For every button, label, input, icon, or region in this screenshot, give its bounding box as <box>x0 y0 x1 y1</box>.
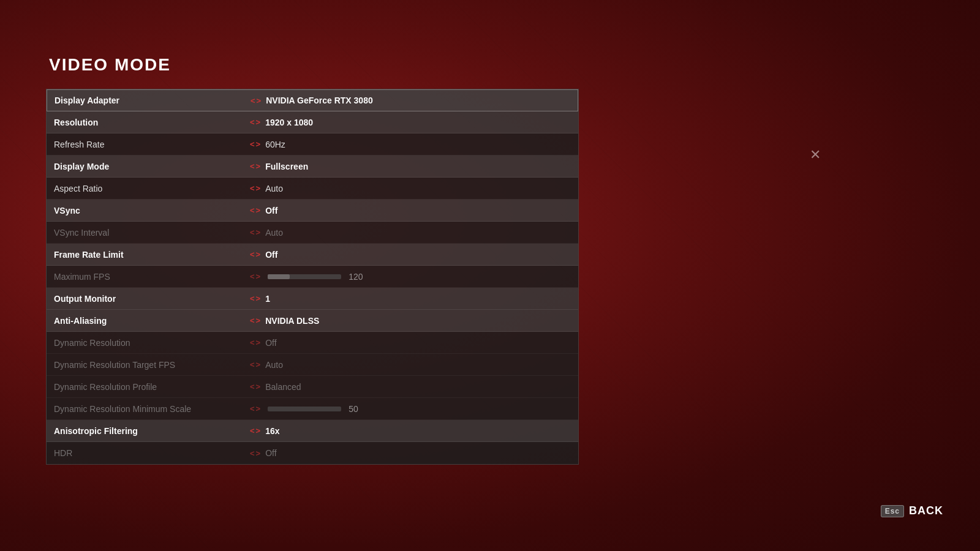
row-label-output-monitor: Output Monitor <box>54 294 250 304</box>
value-text-vsync-interval: Auto <box>265 228 283 238</box>
value-text-refresh-rate: 60Hz <box>265 140 285 149</box>
value-text-aspect-ratio: Auto <box>265 184 283 193</box>
row-label-dynamic-resolution-target-fps: Dynamic Resolution Target FPS <box>54 360 250 370</box>
value-text-resolution: 1920 x 1080 <box>265 118 313 127</box>
row-label-anti-aliasing: Anti-Aliasing <box>54 316 250 326</box>
settings-row-display-adapter[interactable]: Display AdapterNVIDIA GeForce RTX 3080 <box>47 89 578 111</box>
row-value-vsync: Off <box>250 206 571 216</box>
arrow-control-anti-aliasing[interactable] <box>250 316 260 325</box>
slider-container-dynamic-resolution-minimum-scale: 50 <box>250 404 367 414</box>
esc-key: Esc <box>881 505 904 517</box>
row-value-refresh-rate: 60Hz <box>250 140 571 149</box>
slider-value-maximum-fps: 120 <box>349 272 367 282</box>
back-label: BACK <box>909 504 943 517</box>
value-text-dynamic-resolution: Off <box>265 338 276 348</box>
settings-row-refresh-rate[interactable]: Refresh Rate60Hz <box>47 133 578 156</box>
page-container: VIDEO MODE Display AdapterNVIDIA GeForce… <box>0 0 980 551</box>
row-label-hdr: HDR <box>54 448 250 458</box>
arrow-control-anisotropic-filtering[interactable] <box>250 426 260 435</box>
settings-row-dynamic-resolution-target-fps[interactable]: Dynamic Resolution Target FPSAuto <box>47 354 578 376</box>
arrow-control-display-mode[interactable] <box>250 162 260 171</box>
row-label-frame-rate-limit: Frame Rate Limit <box>54 250 250 260</box>
arrow-control-vsync-interval[interactable] <box>250 228 260 237</box>
row-value-dynamic-resolution-profile: Balanced <box>250 382 571 392</box>
settings-row-maximum-fps[interactable]: Maximum FPS120 <box>47 266 578 288</box>
page-title: VIDEO MODE <box>49 55 171 75</box>
row-value-frame-rate-limit: Off <box>250 250 571 260</box>
settings-row-frame-rate-limit[interactable]: Frame Rate LimitOff <box>47 244 578 266</box>
settings-row-vsync-interval[interactable]: VSync IntervalAuto <box>47 222 578 244</box>
arrow-control-aspect-ratio[interactable] <box>250 184 260 193</box>
slider-value-dynamic-resolution-minimum-scale: 50 <box>349 404 367 414</box>
settings-panel: Display AdapterNVIDIA GeForce RTX 3080Re… <box>46 89 579 465</box>
row-value-dynamic-resolution-minimum-scale: 50 <box>250 404 571 414</box>
row-value-output-monitor: 1 <box>250 294 571 304</box>
arrow-control-resolution[interactable] <box>250 118 260 127</box>
value-text-dynamic-resolution-profile: Balanced <box>265 382 301 392</box>
row-label-dynamic-resolution-profile: Dynamic Resolution Profile <box>54 382 250 392</box>
row-value-maximum-fps: 120 <box>250 272 571 282</box>
value-text-anisotropic-filtering: 16x <box>265 426 279 436</box>
value-text-display-adapter: NVIDIA GeForce RTX 3080 <box>266 96 373 105</box>
row-label-aspect-ratio: Aspect Ratio <box>54 184 250 193</box>
value-text-anti-aliasing: NVIDIA DLSS <box>265 316 319 326</box>
arrow-control-dynamic-resolution[interactable] <box>250 338 260 347</box>
value-text-frame-rate-limit: Off <box>265 250 277 260</box>
row-label-vsync: VSync <box>54 206 250 216</box>
row-value-display-mode: Fullscreen <box>250 162 571 171</box>
row-value-aspect-ratio: Auto <box>250 184 571 193</box>
row-value-dynamic-resolution-target-fps: Auto <box>250 360 571 370</box>
settings-row-aspect-ratio[interactable]: Aspect RatioAuto <box>47 178 578 200</box>
row-value-vsync-interval: Auto <box>250 228 571 238</box>
close-button[interactable]: ✕ <box>810 147 821 163</box>
row-value-resolution: 1920 x 1080 <box>250 118 571 127</box>
row-value-display-adapter: NVIDIA GeForce RTX 3080 <box>251 96 570 105</box>
arrow-control-hdr[interactable] <box>250 449 260 458</box>
arrow-control-refresh-rate[interactable] <box>250 140 260 149</box>
arrow-control-display-adapter[interactable] <box>251 96 261 105</box>
slider-fill-maximum-fps <box>268 274 290 279</box>
value-text-display-mode: Fullscreen <box>265 162 308 171</box>
settings-row-dynamic-resolution-profile[interactable]: Dynamic Resolution ProfileBalanced <box>47 376 578 398</box>
row-label-refresh-rate: Refresh Rate <box>54 140 250 149</box>
row-label-vsync-interval: VSync Interval <box>54 228 250 238</box>
back-button[interactable]: Esc BACK <box>881 504 943 517</box>
arrow-control-vsync[interactable] <box>250 206 260 215</box>
settings-row-resolution[interactable]: Resolution1920 x 1080 <box>47 111 578 133</box>
slider-bar-dynamic-resolution-minimum-scale[interactable] <box>268 407 341 411</box>
value-text-hdr: Off <box>265 448 276 458</box>
row-value-anisotropic-filtering: 16x <box>250 426 571 436</box>
arrow-control-output-monitor[interactable] <box>250 294 260 303</box>
row-value-anti-aliasing: NVIDIA DLSS <box>250 316 571 326</box>
settings-row-output-monitor[interactable]: Output Monitor1 <box>47 288 578 310</box>
settings-row-hdr[interactable]: HDROff <box>47 442 578 464</box>
settings-row-dynamic-resolution[interactable]: Dynamic ResolutionOff <box>47 332 578 354</box>
row-value-dynamic-resolution: Off <box>250 338 571 348</box>
row-label-dynamic-resolution: Dynamic Resolution <box>54 338 250 348</box>
row-label-anisotropic-filtering: Anisotropic Filtering <box>54 426 250 436</box>
row-value-hdr: Off <box>250 448 571 458</box>
value-text-output-monitor: 1 <box>265 294 270 304</box>
row-label-resolution: Resolution <box>54 118 250 127</box>
settings-row-vsync[interactable]: VSyncOff <box>47 200 578 222</box>
row-label-display-mode: Display Mode <box>54 162 250 171</box>
slider-bar-maximum-fps[interactable] <box>268 274 341 279</box>
arrow-control-dynamic-resolution-minimum-scale[interactable] <box>250 404 260 413</box>
arrow-control-frame-rate-limit[interactable] <box>250 250 260 259</box>
settings-row-dynamic-resolution-minimum-scale[interactable]: Dynamic Resolution Minimum Scale50 <box>47 398 578 420</box>
value-text-vsync: Off <box>265 206 277 216</box>
row-label-maximum-fps: Maximum FPS <box>54 272 250 282</box>
arrow-control-dynamic-resolution-profile[interactable] <box>250 382 260 391</box>
row-label-display-adapter: Display Adapter <box>55 96 251 105</box>
slider-container-maximum-fps: 120 <box>250 272 367 282</box>
settings-row-anti-aliasing[interactable]: Anti-AliasingNVIDIA DLSS <box>47 310 578 332</box>
row-label-dynamic-resolution-minimum-scale: Dynamic Resolution Minimum Scale <box>54 404 250 414</box>
arrow-control-dynamic-resolution-target-fps[interactable] <box>250 360 260 369</box>
arrow-control-maximum-fps[interactable] <box>250 272 260 281</box>
value-text-dynamic-resolution-target-fps: Auto <box>265 360 283 370</box>
settings-row-display-mode[interactable]: Display ModeFullscreen <box>47 156 578 178</box>
settings-row-anisotropic-filtering[interactable]: Anisotropic Filtering16x <box>47 420 578 442</box>
